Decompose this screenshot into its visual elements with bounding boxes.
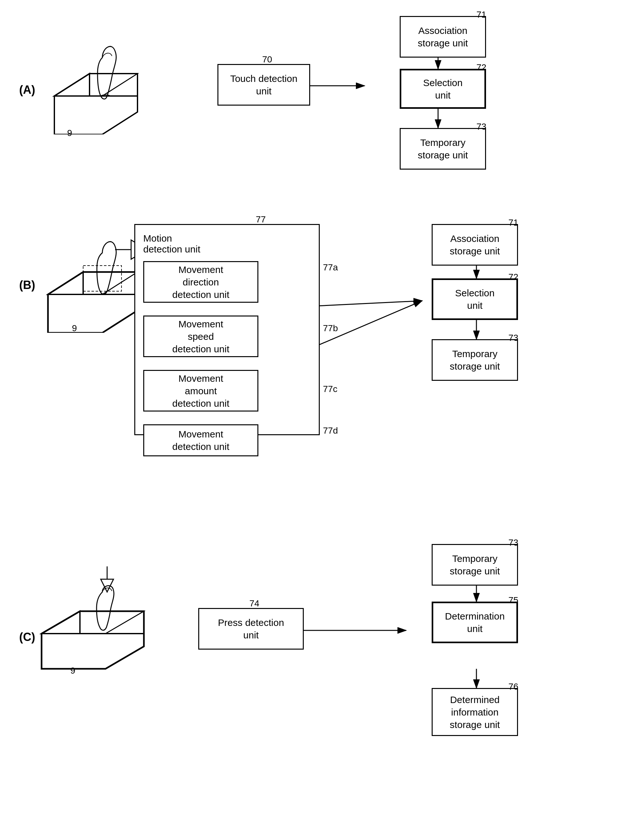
movement-detection-box: Movement detection unit bbox=[143, 424, 258, 456]
determined-info-box: Determined information storage unit bbox=[432, 688, 518, 736]
ref-77a: 77a bbox=[323, 262, 338, 273]
ref-9b: 9 bbox=[72, 323, 77, 333]
temporary-B-box: Temporary storage unit bbox=[432, 339, 518, 381]
ref-74: 74 bbox=[250, 599, 259, 609]
association-storage-B-box: Association storage unit bbox=[432, 224, 518, 265]
motion-detection-label: Motion detection unit bbox=[140, 230, 314, 258]
ref-72b: 72 bbox=[509, 272, 518, 282]
association-storage-A-box: Association storage unit bbox=[400, 16, 486, 57]
ref-75: 75 bbox=[509, 595, 518, 605]
illustration-A bbox=[38, 32, 150, 134]
movement-direction-box: Movement direction detection unit bbox=[143, 261, 258, 303]
ref-73a: 73 bbox=[476, 122, 486, 132]
ref-72a: 72 bbox=[476, 62, 486, 72]
svg-rect-17 bbox=[83, 265, 122, 291]
ref-77c: 77c bbox=[323, 384, 337, 394]
diagram-container: (A) 9 Touch detection unit 70 Associatio… bbox=[0, 0, 620, 840]
ref-9a: 9 bbox=[67, 128, 72, 138]
ref-73c: 73 bbox=[509, 538, 518, 548]
ref-77: 77 bbox=[256, 214, 266, 225]
ref-9c: 9 bbox=[70, 666, 75, 676]
determination-box: Determination unit bbox=[432, 602, 518, 643]
ref-73b: 73 bbox=[509, 333, 518, 343]
press-detection-box: Press detection unit bbox=[198, 608, 304, 650]
temporary-A-box: Temporary storage unit bbox=[400, 128, 486, 170]
motion-detection-outer-box: Motion detection unit Movement direction… bbox=[134, 224, 320, 435]
selection-A-box: Selection unit bbox=[400, 69, 486, 109]
ref-71b: 71 bbox=[509, 217, 518, 228]
movement-speed-box: Movement speed detection unit bbox=[143, 315, 258, 357]
ref-76: 76 bbox=[509, 682, 518, 692]
ref-77b: 77b bbox=[323, 323, 338, 333]
touch-detection-box: Touch detection unit bbox=[217, 64, 310, 106]
section-label-A: (A) bbox=[19, 83, 35, 97]
illustration-C bbox=[32, 560, 153, 672]
temporary-C-box: Temporary storage unit bbox=[432, 544, 518, 586]
movement-amount-box: Movement amount detection unit bbox=[143, 370, 258, 412]
ref-70: 70 bbox=[262, 54, 272, 65]
selection-B-box: Selection unit bbox=[432, 278, 518, 320]
ref-77d: 77d bbox=[323, 425, 338, 436]
ref-71a: 71 bbox=[476, 10, 486, 20]
